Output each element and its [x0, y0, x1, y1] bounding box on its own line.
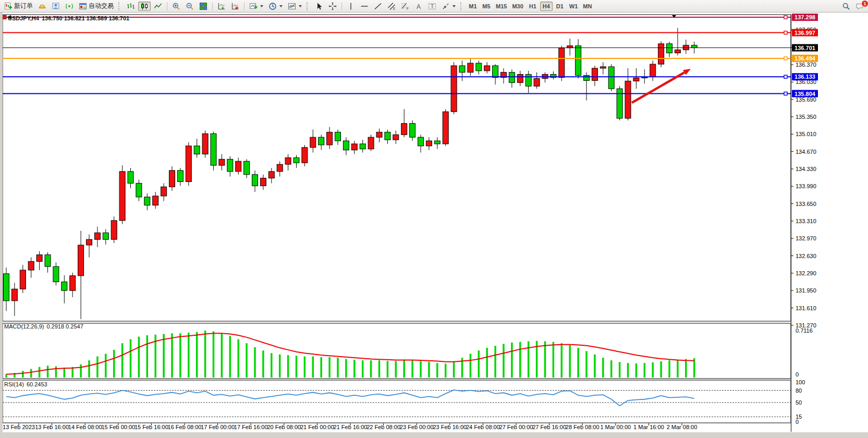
price-tick-label: 133.310: [796, 218, 816, 224]
clock-icon: [268, 2, 277, 10]
new-chart-button[interactable]: [247, 2, 265, 11]
timeframe-m15-button[interactable]: M15: [494, 2, 509, 11]
toolbar-grip[interactable]: [118, 2, 122, 10]
macd-bar: [436, 363, 438, 378]
auto-scroll-icon: [217, 2, 226, 10]
candle: [194, 146, 200, 154]
timeframe-mn-button[interactable]: MN: [581, 2, 594, 11]
candle: [119, 172, 125, 221]
timeframe-h4-button[interactable]: H4: [540, 2, 553, 11]
candle: [484, 66, 490, 71]
timeframe-w1-button[interactable]: W1: [567, 2, 580, 11]
time-label: 24 Feb 08:00: [466, 424, 500, 430]
price-line-handle[interactable]: [784, 31, 787, 34]
signals-button[interactable]: [63, 2, 76, 11]
candle: [658, 44, 664, 64]
macd-bar: [287, 355, 289, 378]
fibonacci-tool-button[interactable]: F: [399, 2, 411, 11]
auto-scroll-button[interactable]: [215, 2, 228, 11]
timeframe-m5-button[interactable]: M5: [480, 2, 493, 11]
macd-bar: [453, 362, 455, 378]
equidistant-channel-tool-button[interactable]: E: [385, 2, 398, 11]
price-line-handle[interactable]: [784, 75, 787, 78]
community-button[interactable]: [50, 2, 62, 11]
line-chart-button[interactable]: [152, 2, 164, 11]
line-anchor-square[interactable]: [3, 16, 6, 19]
candle: [559, 48, 565, 78]
toolbar-grip[interactable]: [307, 2, 310, 10]
arrows-tool-button[interactable]: [439, 2, 458, 11]
price-line-handle[interactable]: [784, 16, 787, 19]
candlestick-chart-button[interactable]: [138, 2, 151, 11]
macd-bar: [138, 337, 140, 378]
macd-indicator-label: MACD(12,26,9)0.2918 0.2547: [4, 323, 83, 330]
macd-bar: [254, 347, 256, 378]
toolbar-grip[interactable]: [460, 2, 464, 10]
timeframe-m30-button[interactable]: M30: [510, 2, 525, 11]
macd-bar: [64, 368, 66, 378]
macd-bar: [328, 357, 331, 378]
macd-bar: [403, 360, 405, 378]
dropdown-caret: [453, 5, 456, 7]
tile-windows-icon: [199, 2, 207, 10]
macd-bar: [80, 364, 82, 378]
zoom-out-button[interactable]: [184, 2, 196, 11]
horizontal-line-tool-button[interactable]: [358, 2, 371, 11]
macd-bar: [39, 367, 41, 378]
candle: [650, 64, 656, 77]
candle: [625, 81, 631, 118]
label-glyph: T: [431, 3, 434, 9]
price-line-handle[interactable]: [784, 57, 787, 60]
candle: [418, 137, 424, 146]
candle: [136, 183, 142, 197]
candle: [319, 137, 324, 145]
channel-glyph: E: [393, 7, 396, 10]
crosshair-tool-button[interactable]: [326, 2, 339, 11]
candle: [327, 132, 333, 145]
macd-bar: [577, 348, 579, 378]
candle: [459, 66, 465, 72]
macd-bar: [130, 339, 132, 378]
trendline-tool-button[interactable]: [372, 2, 384, 11]
bar-chart-button[interactable]: [125, 2, 137, 11]
auto-trading-button[interactable]: 自动交易: [77, 2, 116, 11]
time-label: 15 Feb 16:00: [135, 424, 168, 430]
notifications-button[interactable]: 1: [853, 2, 866, 11]
text-tool-button[interactable]: A: [412, 2, 425, 11]
chart-shift-button[interactable]: [229, 2, 241, 11]
search-button[interactable]: [840, 2, 852, 11]
price-badge-label: 136.133: [794, 74, 815, 80]
trendline-icon: [374, 2, 382, 10]
price-line-handle[interactable]: [784, 92, 787, 95]
price-tick-label: 132.290: [796, 270, 816, 276]
tile-windows-button[interactable]: [197, 2, 210, 11]
candle: [260, 178, 266, 186]
macd-bar: [486, 348, 488, 378]
candle: [667, 44, 673, 53]
timeframe-d1-button[interactable]: D1: [554, 2, 566, 11]
price-tick-label: 132.630: [796, 253, 816, 259]
templates-button[interactable]: [286, 2, 304, 11]
macd-bar: [113, 350, 115, 378]
new-chart-icon: [249, 2, 258, 10]
rsi-value: 60.2453: [27, 381, 47, 387]
macd-axis-min: 0: [796, 371, 799, 378]
macd-bar: [121, 343, 124, 378]
market-watch-button[interactable]: [36, 2, 48, 11]
vertical-line-tool-button[interactable]: [345, 2, 357, 11]
new-order-button[interactable]: 新订单: [2, 2, 35, 11]
text-glyph: A: [417, 3, 421, 10]
zoom-in-button[interactable]: [170, 2, 182, 11]
candle: [70, 276, 76, 290]
timeframe-m1-button[interactable]: M1: [467, 2, 479, 11]
text-label-tool-button[interactable]: T: [426, 2, 438, 11]
time-label: 21 Feb 16:00: [334, 424, 368, 430]
macd-bar: [652, 362, 654, 378]
candle: [144, 197, 150, 205]
profiles-button[interactable]: [266, 2, 285, 11]
timeframe-h1-button[interactable]: H1: [527, 2, 539, 11]
toolbar-separator: [244, 2, 244, 10]
rsi-level-label: 100: [796, 379, 805, 385]
cursor-tool-button[interactable]: [313, 2, 325, 11]
time-label: 17 Feb 00:00: [201, 424, 235, 430]
